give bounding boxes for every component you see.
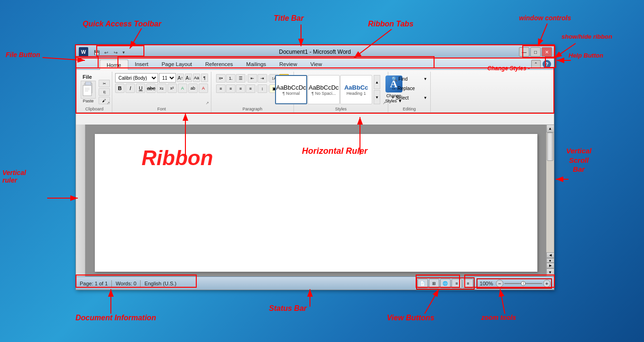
style-heading1[interactable]: AaBbCc Heading 1 — [340, 75, 372, 104]
svg-rect-2 — [83, 85, 92, 96]
increase-indent-button[interactable]: ⇥ — [258, 74, 267, 83]
font-section: Calibri (Body) 11 A↑ A↓ Aa ¶ B I U abc x… — [112, 72, 211, 112]
next-page-button[interactable]: ▶ — [546, 263, 554, 268]
show-formatting-button[interactable]: ¶ — [201, 74, 208, 82]
line-spacing-button[interactable]: ↕ — [258, 84, 267, 93]
close-button[interactable]: ✕ — [542, 47, 552, 57]
save-button[interactable]: 💾 — [92, 48, 101, 57]
redo-button[interactable]: ↪ — [111, 48, 120, 57]
annotation-window-controls: window controls — [519, 14, 571, 22]
document-area: ▲ ◀ ● ▶ ▼ — [76, 125, 554, 276]
status-bar: Page: 1 of 1 Words: 0 English (U.S.) 📄 ⊞… — [76, 276, 554, 290]
tab-references[interactable]: References — [199, 59, 240, 69]
bold-button[interactable]: B — [115, 83, 125, 93]
style-heading1-preview: AaBbCc — [344, 84, 368, 91]
font-shrink-button[interactable]: A↓ — [185, 74, 192, 82]
word-count: Words: 0 — [116, 281, 136, 286]
bullets-button[interactable]: ≡• — [216, 74, 226, 83]
zoom-tick-center — [523, 282, 524, 285]
zoom-slider[interactable] — [504, 282, 542, 285]
zoom-out-button[interactable]: − — [496, 280, 503, 287]
font-row1: Calibri (Body) 11 A↑ A↓ Aa ¶ — [115, 73, 208, 83]
word-icon: W — [79, 47, 88, 57]
tab-page-layout[interactable]: Page Layout — [155, 59, 199, 69]
align-left-button[interactable]: ≡ — [216, 84, 226, 93]
numbering-button[interactable]: 1. — [226, 74, 235, 83]
paste-button[interactable]: Paste — [80, 79, 97, 105]
style-normal[interactable]: AaBbCcDc ¶ Normal — [275, 75, 307, 104]
scroll-up-button[interactable]: ▲ — [546, 125, 554, 133]
window-controls: — □ ✕ — [519, 47, 552, 57]
text-highlight-button[interactable]: ab — [188, 83, 198, 93]
align-right-button[interactable]: ≡ — [236, 84, 245, 93]
tab-home[interactable]: Home — [100, 59, 128, 70]
draft-view-button[interactable]: ≡ — [463, 279, 473, 288]
font-name-select[interactable]: Calibri (Body) — [115, 73, 158, 83]
italic-button[interactable]: I — [125, 83, 135, 93]
styles-scroll-up[interactable]: ▲ — [374, 75, 380, 89]
styles-label: Styles — [294, 107, 388, 111]
title-bar: W 💾 ↩ ↪ ▼ Document1 - Microsoft Word — □… — [76, 45, 554, 58]
styles-scroll-down[interactable]: ▼ — [374, 90, 380, 104]
tab-view[interactable]: View — [304, 59, 329, 69]
scroll-thumb[interactable] — [547, 133, 553, 161]
annotation-quick-access: Quick Access Toolbar — [83, 20, 161, 28]
font-color-button[interactable]: A — [199, 83, 208, 93]
zoom-in-button[interactable]: + — [543, 280, 551, 287]
scroll-track[interactable] — [546, 133, 554, 252]
tab-mailings[interactable]: Mailings — [240, 59, 273, 69]
find-button[interactable]: 🔍 Find ▼ — [391, 75, 428, 83]
clipboard-expand-button[interactable]: ↗ — [105, 100, 111, 106]
annotation-scroll-bar: VerticalScrollBar — [566, 146, 592, 174]
annotation-vertical-ruler: Verticalruler — [2, 169, 26, 184]
help-button[interactable]: ? — [543, 60, 551, 68]
full-screen-button[interactable]: ⊞ — [429, 279, 439, 288]
annotation-ribbon-tabs: Ribbon Tabs — [368, 20, 413, 28]
prev-page-button[interactable]: ◀ — [546, 252, 554, 258]
style-no-spacing[interactable]: AaBbCcDc ¶ No Spaci... — [308, 75, 340, 104]
status-separator2 — [140, 280, 141, 287]
word-window: W 💾 ↩ ↪ ▼ Document1 - Microsoft Word — □… — [75, 45, 554, 290]
copy-button[interactable]: ⎗ — [99, 88, 110, 96]
styles-expand-button[interactable]: ↗ — [381, 100, 387, 106]
decrease-indent-button[interactable]: ⇤ — [248, 74, 257, 83]
vertical-ruler — [76, 125, 85, 276]
text-effects-button[interactable]: A — [178, 83, 187, 93]
superscript-button[interactable]: x² — [167, 83, 177, 93]
clear-format-button[interactable]: Aa — [193, 74, 200, 82]
show-hide-ribbon-button[interactable]: ⌃ — [531, 60, 541, 68]
minimize-button[interactable]: — — [519, 47, 529, 57]
font-grow-button[interactable]: A↑ — [177, 74, 184, 82]
font-size-select[interactable]: 11 — [159, 73, 176, 83]
subscript-button[interactable]: x₂ — [157, 83, 166, 93]
maximize-button[interactable]: □ — [530, 47, 541, 57]
document-page[interactable] — [95, 134, 537, 272]
select-label: Select — [396, 95, 409, 100]
tab-review[interactable]: Review — [273, 59, 304, 69]
undo-button[interactable]: ↩ — [102, 48, 110, 57]
outline-view-button[interactable]: ≡ — [452, 279, 462, 288]
select-browse-button[interactable]: ● — [546, 258, 554, 263]
file-tab[interactable]: File — [76, 72, 99, 82]
svg-line-23 — [500, 289, 505, 314]
scroll-down-button[interactable]: ▼ — [546, 268, 554, 276]
align-center-button[interactable]: ≡ — [226, 84, 235, 93]
justify-button[interactable]: ≡ — [246, 84, 255, 93]
print-layout-button[interactable]: 📄 — [418, 279, 428, 288]
cut-button[interactable]: ✂ — [99, 80, 110, 87]
select-button[interactable]: ⌖ Select ▼ — [391, 93, 428, 102]
tab-insert[interactable]: Insert — [128, 59, 155, 69]
multilevel-list-button[interactable]: ☰ — [236, 74, 245, 83]
underline-button[interactable]: U — [136, 83, 145, 93]
font-expand-button[interactable]: ↗ — [204, 100, 210, 106]
replace-button[interactable]: ↔ Replace — [391, 84, 428, 92]
paste-icon — [81, 81, 96, 99]
styles-section: AaBbCcDc ¶ Normal AaBbCcDc ¶ No Spaci...… — [294, 72, 388, 112]
strikethrough-button[interactable]: abc — [146, 83, 156, 93]
quick-access-toolbar: 💾 ↩ ↪ ▼ — [92, 48, 126, 57]
status-right: 📄 ⊞ 🌐 ≡ ≡ 100% − + — [416, 277, 554, 290]
web-layout-button[interactable]: 🌐 — [440, 279, 451, 288]
editing-section: 🔍 Find ▼ ↔ Replace ⌖ Select ▼ Editing — [388, 72, 431, 112]
paragraph-label: Paragraph — [211, 107, 293, 111]
qa-dropdown-button[interactable]: ▼ — [121, 48, 126, 57]
